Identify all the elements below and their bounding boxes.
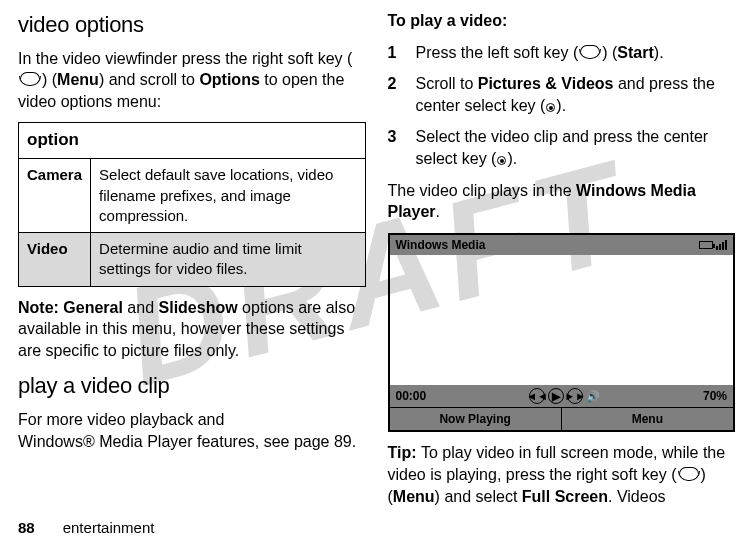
left-soft-key-icon — [579, 49, 601, 59]
tip-label: Tip: — [388, 444, 421, 461]
softkey-menu: Menu — [562, 408, 733, 430]
text: ) ( — [42, 71, 57, 88]
page-number: 88 — [18, 519, 35, 536]
note-label: Note: — [18, 299, 63, 316]
text: Windows® Media Player features, see page… — [18, 433, 356, 450]
battery-icon — [699, 241, 713, 249]
step-3: 3 Select the video clip and press the ce… — [388, 126, 736, 169]
section-name: entertainment — [63, 519, 155, 536]
player-controls: 00:00 ◄◄ ▶ ►► 🔊 70% — [390, 385, 734, 407]
text: Select the video clip and press the cent… — [416, 128, 709, 167]
right-soft-key-icon — [19, 76, 41, 86]
step-number: 3 — [388, 126, 402, 169]
player-mockup: Windows Media 00:00 ◄◄ ▶ ►► 🔊 70% Now Pl… — [388, 233, 736, 433]
to-play-heading: To play a video: — [388, 10, 736, 32]
right-soft-key-icon — [678, 471, 700, 481]
start-label: Start — [617, 44, 653, 61]
play-clip-heading: play a video clip — [18, 371, 366, 401]
playback-time: 00:00 — [396, 388, 427, 404]
options-label: Options — [199, 71, 259, 88]
player-titlebar: Windows Media — [390, 235, 734, 255]
softkey-now-playing: Now Playing — [390, 408, 562, 430]
text: Scroll to — [416, 75, 478, 92]
steps-list: 1 Press the left soft key () (Start). 2 … — [388, 42, 736, 170]
text: ) and scroll to — [99, 71, 199, 88]
pictures-videos-label: Pictures & Videos — [478, 75, 614, 92]
play-icon: ▶ — [548, 388, 564, 404]
text: and — [123, 299, 159, 316]
step-text: Scroll to Pictures & Videos and press th… — [416, 73, 736, 116]
text: The video clip plays in the — [388, 182, 577, 199]
step-number: 1 — [388, 42, 402, 64]
center-select-key-icon — [546, 103, 555, 112]
general-label: General — [63, 299, 123, 316]
page-footer: 88entertainment — [18, 518, 154, 538]
text: ). — [556, 97, 566, 114]
text: ) and select — [435, 488, 522, 505]
slideshow-label: Slideshow — [159, 299, 238, 316]
text: ). — [507, 150, 517, 167]
text: In the video viewfinder press the right … — [18, 50, 352, 67]
tip-paragraph: Tip: To play video in full screen mode, … — [388, 442, 736, 507]
plays-in-text: The video clip plays in the Windows Medi… — [388, 180, 736, 223]
step-text: Select the video clip and press the cent… — [416, 126, 736, 169]
text: To play video in full screen mode, while… — [388, 444, 726, 483]
row-desc: Select default save locations, video fil… — [91, 159, 365, 233]
text: ). — [654, 44, 664, 61]
menu-label: Menu — [57, 71, 99, 88]
right-column: To play a video: 1 Press the left soft k… — [388, 10, 736, 517]
player-title-text: Windows Media — [396, 237, 486, 253]
video-options-heading: video options — [18, 10, 366, 40]
text: . Videos — [608, 488, 666, 505]
row-desc: Determine audio and time limit settings … — [91, 233, 365, 287]
row-label: Camera — [19, 159, 91, 233]
next-icon: ►► — [567, 388, 583, 404]
table-row: Camera Select default save locations, vi… — [19, 159, 366, 233]
video-options-intro: In the video viewfinder press the right … — [18, 48, 366, 113]
full-screen-label: Full Screen — [522, 488, 608, 505]
options-table: option Camera Select default save locati… — [18, 122, 366, 286]
left-column: video options In the video viewfinder pr… — [18, 10, 366, 517]
volume-percent: 70% — [703, 388, 727, 404]
table-header: option — [19, 123, 366, 159]
note-paragraph: Note: General and Slideshow options are … — [18, 297, 366, 362]
text: For more video playback and — [18, 411, 224, 428]
volume-icon: 🔊 — [586, 388, 600, 404]
status-icons — [699, 240, 727, 250]
center-select-key-icon — [497, 156, 506, 165]
player-video-area — [390, 255, 734, 385]
prev-icon: ◄◄ — [529, 388, 545, 404]
step-number: 2 — [388, 73, 402, 116]
transport-icons: ◄◄ ▶ ►► 🔊 — [529, 388, 600, 404]
step-2: 2 Scroll to Pictures & Videos and press … — [388, 73, 736, 116]
text: . — [436, 203, 440, 220]
text: ) ( — [602, 44, 617, 61]
table-row: Video Determine audio and time limit set… — [19, 233, 366, 287]
player-softkeys: Now Playing Menu — [390, 407, 734, 430]
text: Press the left soft key ( — [416, 44, 579, 61]
step-1: 1 Press the left soft key () (Start). — [388, 42, 736, 64]
signal-icon — [716, 240, 727, 250]
step-text: Press the left soft key () (Start). — [416, 42, 664, 64]
row-label: Video — [19, 233, 91, 287]
play-clip-body: For more video playback and Windows® Med… — [18, 409, 366, 452]
menu-label: Menu — [393, 488, 435, 505]
